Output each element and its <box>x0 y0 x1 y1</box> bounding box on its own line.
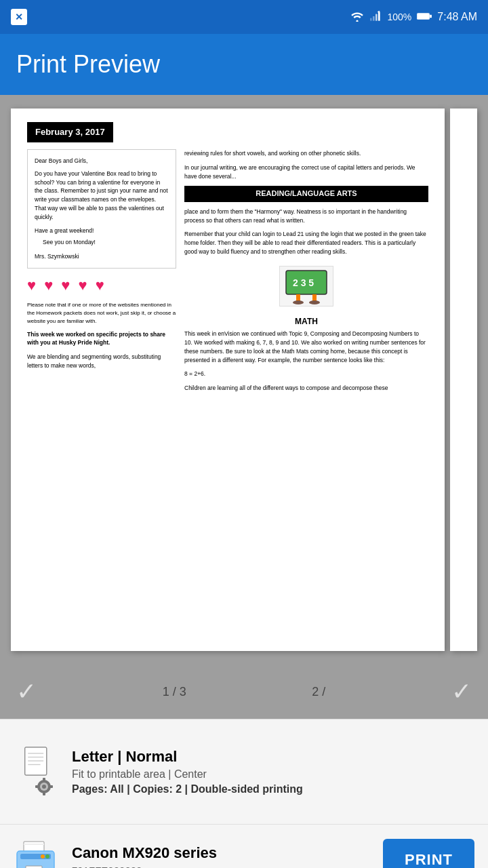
svg-point-33 <box>45 854 49 859</box>
letter-box: Dear Boys and Girls, Do you have your Va… <box>27 149 176 269</box>
page-navigation: ✓ 1 / 3 2 / ✓ <box>0 665 488 719</box>
date-header: February 3, 2017 <box>27 122 113 142</box>
print-details: Letter | Normal Fit to printable area | … <box>72 748 474 795</box>
right-intro2: In our journal writing, we are encouragi… <box>184 163 428 181</box>
math-text2: Children are learning all of the differe… <box>184 384 428 393</box>
svg-rect-3 <box>373 16 375 21</box>
battery-percentage: 100% <box>387 12 411 22</box>
page-indicator: 1 / 3 <box>163 685 186 699</box>
svg-point-34 <box>41 854 45 859</box>
document-page-2-partial <box>450 108 477 651</box>
app-bar: Print Preview <box>0 34 488 95</box>
prev-arrow[interactable]: ✓ <box>16 677 37 706</box>
printer-bar[interactable]: Canon MX920 series 791FFE000000 PRINT <box>0 824 488 868</box>
right-intro1: reviewing rules for short vowels, and wo… <box>184 149 428 158</box>
svg-rect-4 <box>370 18 372 20</box>
left-note: Please note that if one or more of the w… <box>27 301 176 326</box>
svg-rect-28 <box>49 785 53 788</box>
svg-rect-27 <box>35 785 39 788</box>
status-bar: ✕ 100% <box>0 0 488 34</box>
svg-point-24 <box>42 785 46 789</box>
svg-rect-2 <box>375 14 378 20</box>
svg-rect-26 <box>43 792 45 795</box>
left-bold2: We are blending and segmenting words, su… <box>27 353 176 370</box>
current-page: 1 <box>163 685 169 698</box>
print-fit: Fit to printable area | Center <box>72 768 474 781</box>
math-title: MATH <box>184 316 428 328</box>
total-pages: 3 <box>180 685 186 698</box>
print-preview-area[interactable]: February 3, 2017 Dear Boys and Girls, Do… <box>0 95 488 665</box>
print-info-bar[interactable]: Letter | Normal Fit to printable area | … <box>0 719 488 824</box>
document-page-1: February 3, 2017 Dear Boys and Girls, Do… <box>11 108 445 651</box>
page-title: Print Preview <box>16 50 160 79</box>
next-page-label: 2 / <box>312 685 325 699</box>
next-arrow[interactable]: ✓ <box>451 677 472 706</box>
right-text1: place and to form them the "Harmony" way… <box>184 208 428 225</box>
svg-point-14 <box>293 300 304 304</box>
printer-name: Canon MX920 series <box>72 844 372 862</box>
letter-signature: Mrs. Szymkowski <box>35 252 169 261</box>
pages-container: February 3, 2017 Dear Boys and Girls, Do… <box>0 95 488 665</box>
app-icon: ✕ <box>11 9 27 25</box>
svg-text:2 3 5: 2 3 5 <box>293 277 314 288</box>
left-bold1: This week we worked on specific projects… <box>27 331 176 347</box>
printer-details: Canon MX920 series 791FFE000000 <box>72 844 372 869</box>
svg-rect-30 <box>24 844 44 845</box>
next-label: 2 / <box>312 685 325 698</box>
print-title: Letter | Normal <box>72 748 474 766</box>
wifi-icon <box>350 11 364 24</box>
printer-id: 791FFE000000 <box>72 865 372 869</box>
printer-icon-container <box>14 840 61 869</box>
svg-rect-25 <box>43 778 45 781</box>
hearts-decoration: ♥ ♥ ♥ ♥ ♥ <box>27 275 176 296</box>
battery-icon <box>417 12 432 23</box>
letter-para1: Do you have your Valentine Box read to b… <box>35 170 169 222</box>
print-pages: Pages: All | Copies: 2 | Double-sided pr… <box>72 783 474 795</box>
letter-greeting: Dear Boys and Girls, <box>35 157 169 165</box>
svg-rect-35 <box>26 866 42 869</box>
letter-para2: Have a great weekend! <box>35 226 169 235</box>
math-image: 2 3 5 <box>279 266 333 307</box>
svg-point-0 <box>357 20 359 21</box>
svg-rect-9 <box>418 14 429 19</box>
gear-icon <box>33 776 55 797</box>
math-text1: This week in enVision we continued with … <box>184 330 428 364</box>
signal-icon <box>369 11 382 24</box>
svg-rect-7 <box>430 14 432 18</box>
svg-rect-1 <box>378 12 380 20</box>
right-text2: Remember that your child can login to Le… <box>184 230 428 256</box>
printer-icon <box>14 840 58 869</box>
math-equation: 8 = 2+6. <box>184 370 428 378</box>
letter-para3: See you on Monday! <box>35 238 169 247</box>
svg-point-15 <box>309 300 320 304</box>
print-button[interactable]: PRINT <box>383 839 474 868</box>
reading-section-header: READING/LANGUAGE ARTS <box>184 186 428 201</box>
time-display: 7:48 AM <box>437 11 477 23</box>
print-icon-container <box>14 746 61 797</box>
status-bar-right: 100% 7:48 AM <box>350 11 477 24</box>
